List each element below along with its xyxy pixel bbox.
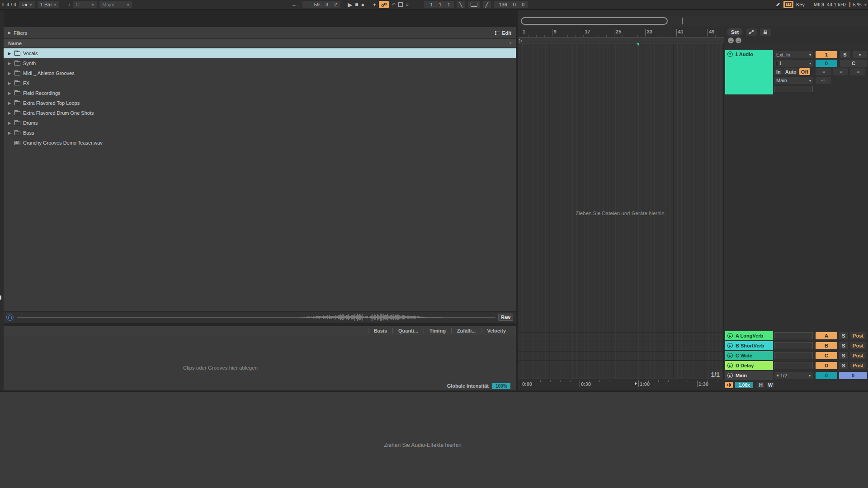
waveform-preview[interactable] xyxy=(300,313,443,321)
scale-icon[interactable]: ♪ xyxy=(68,1,71,8)
pre-post-toggle[interactable]: Post xyxy=(850,342,866,349)
expand-arrow-icon[interactable]: ▶ xyxy=(7,111,12,115)
return-track-row[interactable]: ▶ B ShortVerb B S Post xyxy=(725,341,867,350)
browser-list-item[interactable]: ▶ Synth xyxy=(4,58,516,68)
preview-headphone-icon[interactable] xyxy=(6,314,14,321)
pre-post-toggle[interactable]: Post xyxy=(850,332,866,339)
return-track-name[interactable]: D Delay xyxy=(736,363,754,368)
lock-envelopes-button[interactable] xyxy=(760,28,771,36)
groove-column-header[interactable]: Basis xyxy=(368,328,392,333)
key-map-button[interactable]: Key xyxy=(796,1,805,8)
overdub-button[interactable] xyxy=(379,1,389,8)
beat-time-ruler[interactable]: 191725334149 xyxy=(518,28,724,37)
return-info-box[interactable] xyxy=(774,332,813,339)
loop-length[interactable]: 136. 0. 0 xyxy=(494,1,528,8)
expand-arrow-icon[interactable]: ▶ xyxy=(7,121,12,125)
record-button[interactable]: ● xyxy=(361,1,365,8)
name-column-header[interactable]: Name ▾ xyxy=(4,39,516,48)
return-name-block[interactable]: ▶ B ShortVerb xyxy=(725,341,773,350)
sort-filter-icon[interactable]: ▾ xyxy=(509,41,511,45)
capture-button[interactable]: ○ xyxy=(406,1,409,8)
filters-header[interactable]: ▶ Filters Edit xyxy=(4,27,516,39)
metronome-control[interactable]: ○● ▾ xyxy=(19,1,35,8)
track-name[interactable]: 1 Audio xyxy=(735,52,753,93)
cue-out-chooser[interactable]: 1/2 ▾ xyxy=(774,372,813,379)
solo-button[interactable]: S xyxy=(839,352,848,359)
browser-list-item[interactable]: ▶ Extra Flavored Drum One Shots xyxy=(4,108,516,118)
browser-list-item[interactable]: ▶ Field Recordings xyxy=(4,88,516,98)
main-track-name[interactable]: Main xyxy=(736,373,747,378)
groove-pool-body[interactable]: Clips oder Grooves hier ablegen xyxy=(4,335,516,380)
send-d-field[interactable]: -∞ xyxy=(816,77,831,84)
computer-midi-keyboard-button[interactable] xyxy=(783,1,793,8)
chevron-down-icon[interactable]: ▾ xyxy=(54,2,57,8)
return-track-row[interactable]: ▶ A LongVerb A S Post xyxy=(725,331,867,340)
chevron-down-icon[interactable]: ▾ xyxy=(127,2,130,8)
return-track-row[interactable]: ▶ C Wide C S Post xyxy=(725,351,867,360)
output-chooser[interactable]: Main ▾ xyxy=(774,77,813,84)
track-header-1-audio[interactable]: ▾ 1 Audio Ext. In ▾ 1 ▾ In Auto Off Main… xyxy=(725,50,867,94)
return-track-name[interactable]: C Wide xyxy=(736,353,752,358)
punch-in-button[interactable]: ╲ xyxy=(457,1,465,8)
track-info-box[interactable] xyxy=(774,86,813,92)
main-volume-field[interactable]: 0 xyxy=(816,372,837,379)
browser-list-item[interactable]: ▶ Extra Flavored Top Loops xyxy=(4,98,516,108)
scale-mode-value[interactable]: Major xyxy=(102,2,115,7)
scale-mode-menu[interactable]: Major ▾ xyxy=(99,1,132,8)
chevron-down-icon[interactable]: ▾ xyxy=(864,1,867,8)
pre-post-toggle[interactable]: Post xyxy=(850,362,866,369)
optimize-height-button[interactable]: H xyxy=(757,382,764,388)
monitor-in-button[interactable]: In xyxy=(774,68,783,75)
device-chain-area[interactable]: Ziehen Sie Audio-Effekte hierhin xyxy=(0,391,868,488)
browser-list-item[interactable]: ▶ Crunchy Grooves Demo Teaser.wav xyxy=(4,138,516,148)
input-channel-chooser[interactable]: 1 ▾ xyxy=(774,60,813,67)
draw-mode-button[interactable] xyxy=(775,1,781,8)
main-name-block[interactable]: ▶ Main xyxy=(725,371,773,380)
browser-resize-handle[interactable] xyxy=(0,296,1,300)
expand-arrow-icon[interactable]: ▶ xyxy=(7,52,12,56)
return-info-box[interactable] xyxy=(774,352,813,359)
return-name-block[interactable]: ▶ A LongVerb xyxy=(725,331,773,340)
track-activator-button[interactable]: 1 xyxy=(816,51,837,58)
track-fold-icon[interactable]: ▾ xyxy=(727,52,733,57)
scale-root-menu[interactable]: C ▾ xyxy=(73,1,97,8)
edit-filters-button[interactable]: Edit xyxy=(495,30,511,36)
browser-list-item[interactable]: ▶ Bass xyxy=(4,128,516,138)
return-activator-button[interactable]: A xyxy=(816,332,837,339)
grid-value[interactable]: 1/1 xyxy=(711,371,720,378)
scale-root-value[interactable]: C xyxy=(76,2,80,7)
monitor-off-button[interactable]: Off xyxy=(799,68,810,75)
browser-list-item[interactable]: ▶ Midi _ Ableton Grooves xyxy=(4,68,516,78)
optimize-width-button[interactable]: W xyxy=(767,382,774,388)
expand-arrow-icon[interactable]: ▶ xyxy=(7,61,12,66)
expand-arrow-icon[interactable]: ▶ xyxy=(7,131,12,135)
expand-arrow-icon[interactable]: ▶ xyxy=(7,81,12,85)
main-cue-volume-field[interactable]: 0 xyxy=(839,372,867,379)
pan-field[interactable]: C xyxy=(840,60,867,67)
raw-button[interactable]: Raw xyxy=(498,314,513,321)
return-activator-button[interactable]: D xyxy=(816,362,837,369)
quantization-menu[interactable]: 1 Bar ▾ xyxy=(38,1,59,8)
playback-speed-field[interactable]: 1.00x xyxy=(735,382,753,388)
return-track-row[interactable]: ▶ D Delay D S Post xyxy=(725,361,867,370)
global-amount-value[interactable]: 100% xyxy=(492,383,510,389)
arm-button[interactable]: ● xyxy=(853,51,867,58)
send-c-field[interactable]: -∞ xyxy=(850,68,865,75)
monitor-auto-button[interactable]: Auto xyxy=(783,68,798,75)
scrub-area[interactable]: ▷ xyxy=(518,37,724,43)
draw-frame-button[interactable] xyxy=(398,1,403,8)
midi-map-button[interactable]: MIDI xyxy=(814,1,824,8)
play-button[interactable]: ▶ xyxy=(348,1,352,8)
arrangement-grid[interactable]: Ziehen Sie Dateien und Geräte hierhin. 1… xyxy=(518,43,724,379)
song-start-marker-icon[interactable]: ▷ xyxy=(519,38,523,43)
return-track-name[interactable]: A LongVerb xyxy=(736,333,763,338)
arrangement-overview[interactable] xyxy=(518,16,868,26)
solo-button[interactable]: S xyxy=(839,342,848,349)
loop-start[interactable]: 1. 1. 1 xyxy=(424,1,454,8)
groove-column-header[interactable]: Quanti... xyxy=(392,328,424,333)
send-a-field[interactable]: -∞ xyxy=(816,68,831,75)
arrangement-position[interactable]: 59. 3. 2 xyxy=(302,1,340,8)
solo-button[interactable]: S xyxy=(839,332,848,339)
chevron-down-icon[interactable]: ▾ xyxy=(92,2,94,8)
browser-list-item[interactable]: ▶ Vocals xyxy=(4,48,516,58)
